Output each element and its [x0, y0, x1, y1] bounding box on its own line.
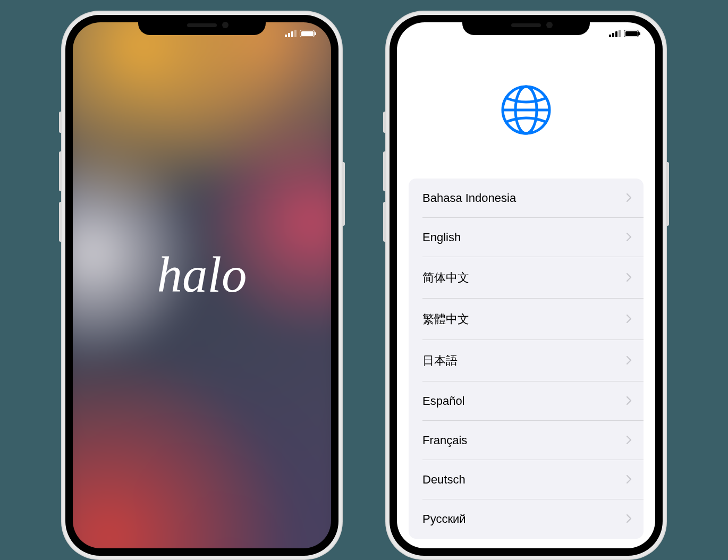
greeting-text: halo — [157, 245, 247, 304]
language-option[interactable]: Bahasa Indonesia — [409, 179, 644, 218]
language-list: Bahasa IndonesiaEnglish简体中文繁體中文日本語Españo… — [409, 179, 644, 539]
front-camera-icon — [222, 22, 228, 28]
chevron-right-icon — [627, 232, 632, 244]
chevron-right-icon — [627, 474, 632, 486]
chevron-right-icon — [627, 355, 632, 367]
chevron-right-icon — [627, 313, 632, 326]
front-camera-icon — [546, 22, 553, 28]
status-bar — [285, 30, 316, 37]
notch — [138, 15, 266, 35]
language-label: 简体中文 — [422, 270, 469, 286]
language-label: Русский — [422, 512, 466, 526]
language-label: 繁體中文 — [422, 311, 469, 327]
cellular-signal-icon — [285, 30, 297, 37]
chevron-right-icon — [627, 435, 632, 447]
language-option[interactable]: Русский — [409, 499, 644, 539]
chevron-right-icon — [627, 513, 632, 525]
language-option[interactable]: English — [409, 218, 644, 257]
volume-down-button[interactable] — [59, 202, 62, 242]
power-button[interactable] — [666, 162, 669, 226]
silence-switch[interactable] — [59, 112, 62, 133]
speaker-icon — [511, 23, 541, 27]
phone-bezel: Bahasa IndonesiaEnglish简体中文繁體中文日本語Españo… — [390, 15, 663, 556]
language-label: 日本語 — [422, 353, 458, 369]
speaker-icon — [187, 23, 217, 27]
screen-language: Bahasa IndonesiaEnglish简体中文繁體中文日本語Españo… — [397, 22, 655, 548]
iphone-frame-language: Bahasa IndonesiaEnglish简体中文繁體中文日本語Españo… — [385, 11, 667, 560]
volume-down-button[interactable] — [383, 202, 386, 242]
language-option[interactable]: Deutsch — [409, 460, 644, 499]
iphone-frame-hello: halo — [61, 11, 343, 560]
language-label: Français — [422, 434, 467, 447]
language-option[interactable]: 简体中文 — [409, 257, 644, 299]
chevron-right-icon — [627, 272, 632, 284]
volume-up-button[interactable] — [59, 151, 62, 191]
language-label: Español — [422, 394, 465, 408]
language-option[interactable]: 繁體中文 — [409, 299, 644, 340]
phone-bezel: halo — [65, 15, 338, 556]
language-option[interactable]: 日本語 — [409, 340, 644, 381]
silence-switch[interactable] — [383, 112, 386, 133]
cellular-signal-icon — [609, 30, 621, 37]
battery-icon — [300, 30, 316, 37]
notch — [462, 15, 590, 35]
language-option[interactable]: Español — [409, 381, 644, 421]
globe-header — [397, 22, 655, 139]
chevron-right-icon — [627, 395, 632, 408]
battery-icon — [624, 30, 640, 37]
power-button[interactable] — [342, 162, 345, 226]
language-option[interactable]: Français — [409, 421, 644, 460]
chevron-right-icon — [627, 192, 632, 205]
volume-up-button[interactable] — [383, 151, 386, 191]
status-bar — [609, 30, 640, 37]
screen-hello: halo — [73, 22, 331, 548]
language-label: Deutsch — [422, 473, 465, 487]
globe-icon — [500, 129, 553, 138]
language-label: Bahasa Indonesia — [422, 191, 516, 205]
language-label: English — [422, 231, 461, 244]
